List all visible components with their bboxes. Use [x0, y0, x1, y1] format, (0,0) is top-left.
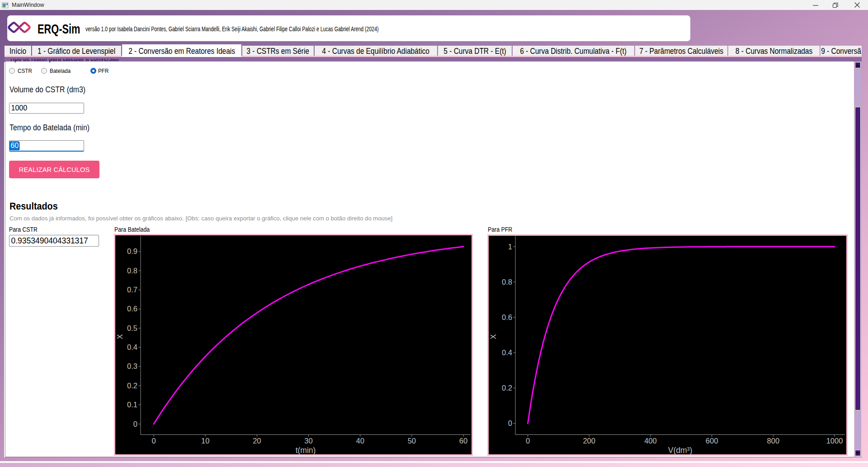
- svg-text:40: 40: [356, 437, 364, 445]
- svg-text:t(min): t(min): [296, 446, 316, 455]
- svg-text:200: 200: [583, 437, 595, 445]
- svg-text:0.9: 0.9: [127, 247, 137, 255]
- svg-text:0.1: 0.1: [127, 400, 137, 409]
- svg-text:0.8: 0.8: [127, 267, 137, 275]
- svg-text:0: 0: [526, 437, 530, 445]
- svg-text:10: 10: [201, 437, 209, 445]
- svg-text:0: 0: [151, 437, 156, 445]
- svg-text:X: X: [116, 334, 124, 339]
- svg-text:V(dm³): V(dm³): [668, 446, 692, 455]
- svg-text:0.6: 0.6: [502, 313, 512, 321]
- svg-text:0: 0: [133, 420, 137, 428]
- svg-text:400: 400: [644, 437, 657, 445]
- svg-text:0.2: 0.2: [502, 384, 512, 392]
- svg-text:X: X: [489, 334, 497, 339]
- svg-text:30: 30: [304, 437, 312, 445]
- svg-text:0.7: 0.7: [127, 286, 137, 294]
- svg-text:50: 50: [408, 437, 416, 445]
- svg-text:1: 1: [508, 243, 512, 251]
- svg-text:0.8: 0.8: [502, 278, 512, 286]
- svg-text:0.4: 0.4: [502, 348, 512, 357]
- svg-text:0.3: 0.3: [127, 362, 137, 370]
- svg-text:0.6: 0.6: [127, 305, 137, 313]
- svg-text:800: 800: [767, 437, 780, 445]
- svg-text:0.5: 0.5: [127, 324, 137, 332]
- svg-text:20: 20: [253, 437, 261, 445]
- svg-text:1000: 1000: [826, 437, 843, 445]
- svg-text:0.2: 0.2: [127, 381, 137, 390]
- svg-text:0: 0: [508, 419, 512, 427]
- svg-text:60: 60: [459, 437, 467, 445]
- svg-text:0.4: 0.4: [127, 343, 137, 351]
- svg-text:600: 600: [706, 437, 718, 445]
